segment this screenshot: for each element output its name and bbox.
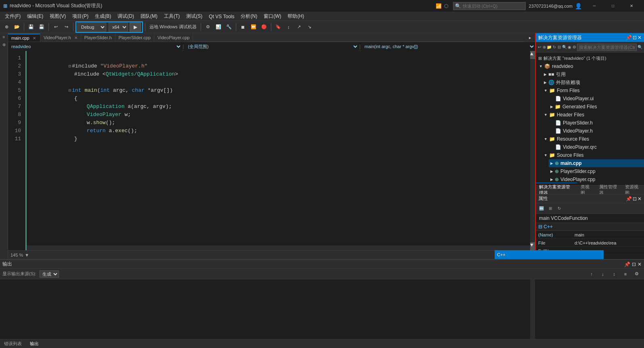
- sol-toolbar-4[interactable]: ↻: [552, 43, 556, 51]
- remote-machine-label[interactable]: 远地 Windows 调试机器: [147, 22, 199, 32]
- restore-button[interactable]: □: [604, 0, 622, 12]
- toolbar-bp1[interactable]: ⏹: [238, 22, 248, 32]
- prop-row-file[interactable]: File d:\C++\readvideo\rea: [536, 239, 644, 247]
- tree-item-formfiles[interactable]: ▼ 📁 Form Files: [542, 86, 644, 95]
- prop-pin[interactable]: 📌: [626, 196, 632, 202]
- platform-select[interactable]: x64 x86: [109, 23, 128, 32]
- prop-section-expand[interactable]: ⊟: [538, 224, 542, 230]
- sol-pin[interactable]: 📌: [626, 35, 632, 40]
- toolbar-save-all[interactable]: 💾: [26, 22, 36, 32]
- output-btn-2[interactable]: ↓: [598, 269, 608, 279]
- tree-item-pslidcpp[interactable]: ▶ ⊕ PlayerSlider.cpp: [549, 167, 644, 175]
- toolbar-redo[interactable]: ↪: [61, 22, 71, 32]
- minimize-button[interactable]: ─: [585, 0, 604, 12]
- sidebar-icon-1[interactable]: ≡: [1, 35, 7, 41]
- toolbar-new[interactable]: ⊕: [2, 22, 11, 32]
- sidebar-icon-2[interactable]: ⊕: [1, 42, 7, 49]
- menu-tools[interactable]: 工具(T): [161, 12, 183, 21]
- prop-sort-alpha[interactable]: 🔤: [537, 205, 545, 213]
- tree-item-extdeps[interactable]: ▶ 🌐 外部依赖项: [542, 78, 644, 86]
- sol-float[interactable]: ⊡: [633, 35, 637, 40]
- scope-fn-select[interactable]: main(int argc, char * argv[]): [361, 42, 535, 51]
- toolbar-bkmk1[interactable]: 🔖: [273, 22, 283, 32]
- sol-toolbar-5[interactable]: ⊟: [557, 43, 561, 51]
- scope-right-select[interactable]: (全局范围): [185, 42, 358, 51]
- output-content[interactable]: [0, 279, 644, 339]
- output-scrollbar[interactable]: [530, 279, 535, 339]
- tree-item-vpcpp[interactable]: ▶ ⊕ VideoPlayer.cpp: [549, 175, 644, 183]
- toolbar-bp2[interactable]: ⏩: [249, 22, 258, 32]
- fold-4[interactable]: ⊟: [69, 88, 71, 93]
- menu-build[interactable]: 生成(B): [92, 12, 114, 21]
- prop-float[interactable]: ⊡: [633, 196, 637, 202]
- code-content[interactable]: ⊟#include "VideoPlayer.h" #include <QtWi…: [24, 51, 535, 250]
- output-btn-5[interactable]: ⚙: [632, 269, 642, 279]
- solution-search-input[interactable]: [577, 44, 637, 51]
- prop-close[interactable]: ✕: [638, 196, 642, 202]
- output-btn-3[interactable]: ↕: [609, 269, 619, 279]
- toolbar-open[interactable]: 📂: [12, 22, 22, 32]
- scrollbar-thumb-down[interactable]: ▼: [530, 242, 535, 250]
- toolbar-bkmk2[interactable]: ↕: [284, 22, 294, 32]
- prop-refresh[interactable]: ↻: [555, 205, 563, 213]
- scrollbar-thumb-up[interactable]: ▲: [530, 51, 535, 59]
- toolbar-perf[interactable]: 📊: [214, 22, 223, 32]
- tab-scroll-right[interactable]: ▸: [525, 34, 535, 42]
- tree-item-maincpp[interactable]: ▶ ⊕ main.cpp: [549, 159, 644, 167]
- tree-item-vpui[interactable]: 📄 VideoPlayer.ui: [549, 95, 644, 103]
- bottom-tab-output[interactable]: 输出: [26, 340, 43, 348]
- tree-item-resfiles[interactable]: ▼ 📁 Resource Files: [542, 135, 644, 143]
- tree-item-project[interactable]: ▼ 📦 readvideo: [536, 62, 644, 70]
- toolbar-save[interactable]: 💾: [37, 22, 46, 32]
- toolbar-bp3[interactable]: 🔴: [259, 22, 269, 32]
- sol-toolbar-3[interactable]: 📁: [547, 43, 552, 51]
- sol-toolbar-8[interactable]: ⚙: [572, 43, 576, 51]
- tree-item-vpqrc[interactable]: 📄 VideoPlayer.qrc: [549, 143, 644, 151]
- tab-playerslider-cpp[interactable]: PlayerSlider.cpp: [115, 34, 155, 42]
- sol-toolbar-1[interactable]: ↩: [537, 43, 541, 51]
- menu-analyze[interactable]: 分析(N): [237, 12, 260, 21]
- output-float[interactable]: ⊡: [632, 262, 636, 267]
- output-source-select[interactable]: 生成 调试 全部: [40, 270, 59, 278]
- zoom-down[interactable]: ▼: [25, 253, 29, 257]
- sol-search-btn[interactable]: 🔍: [638, 43, 642, 51]
- tab-playerslider-h[interactable]: PlayerSlider.h: [81, 34, 115, 42]
- editor-hscrollbar[interactable]: [27, 245, 530, 250]
- output-pin[interactable]: 📌: [624, 262, 630, 267]
- toolbar-mem[interactable]: 🔧: [224, 22, 234, 32]
- code-editor[interactable]: 1 2 3 4 5 6 7 8 9 10 11 ⊟#include "Vid: [8, 51, 535, 250]
- menu-edit[interactable]: 编辑(E): [24, 12, 46, 21]
- output-btn-1[interactable]: ↑: [587, 269, 596, 279]
- tab-videoplayer-cpp[interactable]: VideoPlayer.cpp: [154, 34, 193, 42]
- menu-team[interactable]: 团队(M): [137, 12, 161, 21]
- toolbar-bkmk3[interactable]: ↗: [294, 22, 304, 32]
- quick-launch-input[interactable]: [463, 4, 519, 8]
- editor-scrollbar[interactable]: ▲ ▼: [530, 51, 535, 250]
- scope-left-select[interactable]: readvideo: [8, 42, 182, 51]
- tree-item-pslidh[interactable]: 📄 PlayerSlider.h: [549, 119, 644, 127]
- tree-item-vph[interactable]: 📄 VideoPlayer.h: [549, 127, 644, 135]
- menu-qtvs[interactable]: Qt VS Tools: [206, 13, 237, 20]
- menu-file[interactable]: 文件(F): [2, 12, 24, 21]
- menu-debug[interactable]: 调试(D): [114, 12, 137, 21]
- toolbar-bkmk4[interactable]: ↘: [305, 22, 315, 32]
- bottom-tab-errorlist[interactable]: 错误列表: [0, 340, 26, 348]
- close-icon[interactable]: ✕: [74, 36, 78, 40]
- menu-window[interactable]: 窗口(W): [260, 12, 284, 21]
- menu-help[interactable]: 帮助(H): [284, 12, 307, 21]
- sol-close[interactable]: ✕: [638, 35, 642, 40]
- debug-config-select[interactable]: Debug Release: [78, 23, 106, 32]
- output-close[interactable]: ✕: [638, 262, 642, 267]
- fold-1[interactable]: ⊟: [69, 64, 71, 69]
- toolbar-attach[interactable]: ⚙: [203, 22, 213, 32]
- prop-row-name[interactable]: (Name) main: [536, 231, 644, 239]
- output-btn-4[interactable]: ≡: [621, 269, 630, 279]
- menu-view[interactable]: 视图(V): [46, 12, 69, 21]
- close-button[interactable]: ✕: [622, 0, 641, 12]
- sol-toolbar-6[interactable]: 🔍: [562, 43, 567, 51]
- tree-item-headerfiles[interactable]: ▼ 📁 Header Files: [542, 111, 644, 119]
- run-button[interactable]: ▶: [130, 23, 141, 32]
- tab-videoplayer-h[interactable]: VideoPlayer.h ✕: [40, 34, 81, 42]
- tree-item-refs[interactable]: ▶ ■■ 引用: [542, 70, 644, 78]
- menu-test[interactable]: 测试(S): [183, 12, 206, 21]
